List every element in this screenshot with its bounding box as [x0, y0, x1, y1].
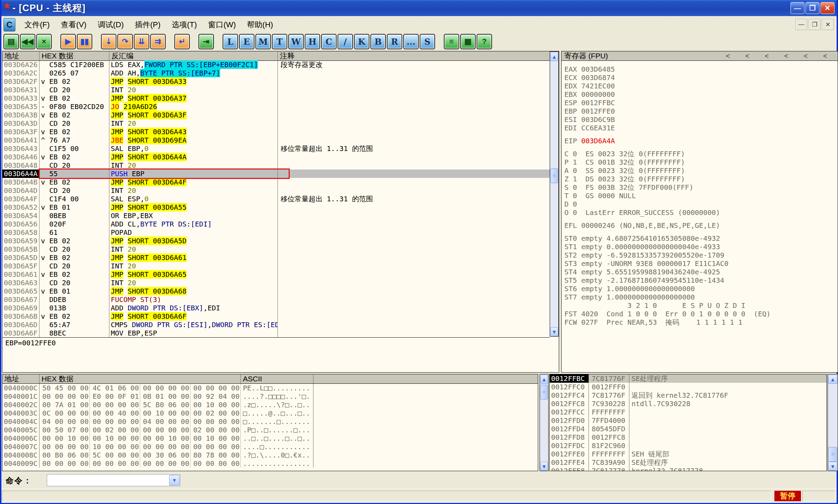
- cpu-button[interactable]: C: [321, 34, 337, 49]
- stack-row[interactable]: 0012FFC00012FFF0: [550, 383, 826, 391]
- disasm-row[interactable]: 003D6A4Bv EB 02JMP SHORT 003D6A4F: [2, 178, 550, 186]
- stack-row[interactable]: 0012FFE0FFFFFFFFSEH 链尾部: [550, 450, 826, 458]
- animate-over-button[interactable]: ⇉: [150, 34, 166, 49]
- register-line[interactable]: ECX 003D6874: [564, 73, 838, 82]
- scroll-up-arrow[interactable]: ▲: [550, 52, 558, 61]
- references-button[interactable]: R: [387, 34, 402, 49]
- scroll-up-arrow[interactable]: ▲: [540, 375, 548, 384]
- register-line[interactable]: S 0 FS 003B 32位 7FFDF000(FFF): [564, 183, 838, 192]
- collapse-chevron-icon[interactable]: <: [726, 52, 730, 60]
- title-bar[interactable]: * - [CPU - 主线程] —❐✕: [1, 0, 837, 16]
- stack-row[interactable]: 0012FFD80012FFC8: [550, 433, 826, 441]
- windows-button[interactable]: W: [288, 34, 304, 49]
- disasm-row[interactable]: 003D6A31 CD 20INT 20: [2, 86, 550, 94]
- disasm-row[interactable]: 003D6A6D 65:A7CMPS DWORD PTR GS:[ESI],DW…: [2, 321, 550, 329]
- register-line[interactable]: Z 1 DS 0023 32位 0(FFFFFFFF): [564, 175, 838, 183]
- dump-row[interactable]: 0040006C00 00 10 0000 10 00 0000 00 10 0…: [2, 434, 538, 442]
- disasm-row[interactable]: 003D6A43 C1F5 00SAL EBP,0移位常量超出 1..31 的范…: [2, 144, 550, 153]
- register-line[interactable]: ST4 empty 5.6551959988190436240e-4925: [564, 268, 838, 276]
- executables-button[interactable]: E: [239, 34, 254, 49]
- windows-list-button[interactable]: ≡: [444, 34, 459, 49]
- register-line[interactable]: EIP 003D6A4A: [564, 137, 838, 145]
- dump-row[interactable]: 0040007C00 00 00 0010 00 00 0000 00 00 0…: [2, 442, 538, 451]
- step-into-button[interactable]: ⇣: [101, 34, 116, 49]
- go-to-button[interactable]: ⇥: [198, 34, 214, 49]
- collapse-chevron-icon[interactable]: <: [804, 52, 808, 60]
- maximize-button[interactable]: ❐: [806, 2, 819, 14]
- log-button[interactable]: L: [223, 34, 238, 49]
- open-button[interactable]: ▤: [3, 34, 19, 49]
- disasm-row[interactable]: 003D6A5B CD 20INT 20: [2, 245, 550, 253]
- register-line[interactable]: 3 2 1 0 E S P U O Z D I: [564, 301, 838, 310]
- minimize-button[interactable]: —: [790, 2, 804, 14]
- register-line[interactable]: ST3 empty -UNORM 93E8 00000017 E11C1AC0: [564, 259, 838, 268]
- source-button[interactable]: S: [420, 34, 435, 49]
- scroll-up-arrow[interactable]: ▲: [828, 375, 837, 384]
- register-line[interactable]: ESP 0012FFBC: [564, 99, 838, 107]
- stack-row[interactable]: 0012FFCCFFFFFFFF: [550, 408, 826, 416]
- menu-item[interactable]: 帮助(H): [241, 18, 279, 31]
- collapse-chevron-icon[interactable]: <: [745, 52, 750, 60]
- help-button[interactable]: ?: [477, 34, 492, 49]
- register-line[interactable]: FST 4020 Cond 1 0 0 0 Err 0 0 1 0 0 0 0 …: [564, 310, 838, 318]
- disasm-row[interactable]: 003D6A5F CD 20INT 20: [2, 262, 550, 270]
- dump-row[interactable]: 0040008C00 B0 06 005C 00 00 0000 30 06 0…: [2, 451, 538, 459]
- disasm-row[interactable]: 003D6A33v EB 02JMP SHORT 003D6A37: [2, 94, 550, 102]
- disasm-row[interactable]: 003D6A61v EB 02JMP SHORT 003D6A65: [2, 270, 550, 279]
- disasm-row[interactable]: 003D6A46v EB 02JMP SHORT 003D6A4A: [2, 153, 550, 161]
- stack-row[interactable]: 0012FFD480545DFD: [550, 425, 826, 433]
- disasm-row[interactable]: 003D6A63 CD 20INT 20: [2, 279, 550, 287]
- disasm-row[interactable]: 003D6A6Bv EB 02JMP SHORT 003D6A6F: [2, 312, 550, 321]
- disasm-row[interactable]: 003D6A69 013BADD DWORD PTR DS:[EBX],EDI: [2, 304, 550, 312]
- register-line[interactable]: EBX 00000000: [564, 90, 838, 99]
- handles-button[interactable]: H: [305, 34, 320, 49]
- mdi-restore-button[interactable]: ❐: [809, 19, 821, 30]
- stack-row[interactable]: 0012FFBC7C81776FSE处理程序: [550, 374, 826, 383]
- collapse-chevron-icon[interactable]: <: [784, 52, 788, 60]
- menu-item[interactable]: 插件(P): [129, 18, 166, 31]
- disasm-row[interactable]: 003D6A6F 8BECMOV EBP,ESP: [2, 329, 550, 337]
- register-line[interactable]: C 0 ES 0023 32位 0(FFFFFFFF): [564, 150, 838, 158]
- mdi-minimize-button[interactable]: —: [795, 19, 807, 30]
- disasm-row[interactable]: 003D6A48 CD 20INT 20: [2, 161, 550, 170]
- animate-into-button[interactable]: ⇊: [134, 34, 149, 49]
- disasm-row[interactable]: 003D6A4D CD 20INT 20: [2, 186, 550, 195]
- breakpoints-button[interactable]: B: [370, 34, 386, 49]
- memory-button[interactable]: M: [255, 34, 271, 49]
- register-line[interactable]: D 0: [564, 200, 838, 208]
- scroll-down-arrow[interactable]: ▼: [550, 327, 558, 336]
- disasm-row[interactable]: 003D6A4F C1F4 00SAL ESP,0移位常量超出 1..31 的范…: [2, 195, 550, 203]
- chevron-down-icon[interactable]: ▼: [169, 475, 180, 485]
- disasm-row[interactable]: 003D6A4A 55PUSH EBP: [2, 170, 550, 178]
- register-line[interactable]: EAX 003D6485: [564, 65, 838, 73]
- scroll-down-arrow[interactable]: ▼: [540, 462, 548, 471]
- menu-item[interactable]: 调试(D): [92, 18, 129, 31]
- register-line[interactable]: ST5 empty -2.1768718607499545110e-1434: [564, 276, 838, 285]
- dump-row[interactable]: 0040005C00 50 07 0000 02 00 0000 00 00 0…: [2, 426, 538, 434]
- close-button[interactable]: ✕: [821, 2, 835, 14]
- menu-item[interactable]: 文件(F): [19, 18, 55, 31]
- disasm-row[interactable]: 003D6A2Fv EB 02JMP SHORT 003D6A33: [2, 77, 550, 86]
- pause-button[interactable]: ▮▮: [77, 34, 92, 49]
- disasm-row[interactable]: 003D6A52v EB 01JMP SHORT 003D6A55: [2, 203, 550, 211]
- stack-row[interactable]: 0012FFE87C817778kernel32.7C817778: [550, 467, 826, 471]
- dump-scrollbar[interactable]: ▲ ≡ ▼: [540, 374, 549, 471]
- register-line[interactable]: EFL 00000246 (NO,NB,E,BE,NS,PE,GE,LE): [564, 221, 838, 230]
- stack-row[interactable]: 0012FFE47C839A90SE处理程序: [550, 458, 826, 467]
- register-line[interactable]: P 1 CS 001B 32位 0(FFFFFFFF): [564, 158, 838, 166]
- restart-button[interactable]: ◀◀: [20, 34, 35, 49]
- register-line[interactable]: ST1 empty 0.0000000000000000040e-4933: [564, 243, 838, 251]
- disasm-row[interactable]: 003D6A59v EB 02JMP SHORT 003D6A5D: [2, 237, 550, 245]
- run-trace-button[interactable]: ...: [403, 34, 419, 49]
- scrollbar-thumb[interactable]: ≡: [828, 447, 837, 462]
- register-line[interactable]: ST0 empty 4.6807256410165305080e-4932: [564, 234, 838, 243]
- register-line[interactable]: A 0 SS 0023 32位 0(FFFFFFFF): [564, 166, 838, 175]
- step-over-button[interactable]: ↷: [117, 34, 133, 49]
- disasm-row[interactable]: 003D6A35- 0F80 EB02CD20JO 210A6D26: [2, 102, 550, 111]
- register-line[interactable]: EDX 7421EC00: [564, 82, 838, 90]
- menu-item[interactable]: 查看(V): [55, 18, 92, 31]
- register-line[interactable]: T 0 GS 0000 NULL: [564, 192, 838, 200]
- disasm-row[interactable]: 003D6A3Bv EB 02JMP SHORT 003D6A3F: [2, 111, 550, 119]
- register-line[interactable]: ST2 empty -6.5928153357392005520e-1709: [564, 251, 838, 259]
- disasm-row[interactable]: 003D6A2C 0265 07ADD AH,BYTE PTR SS:[EBP+…: [2, 69, 550, 77]
